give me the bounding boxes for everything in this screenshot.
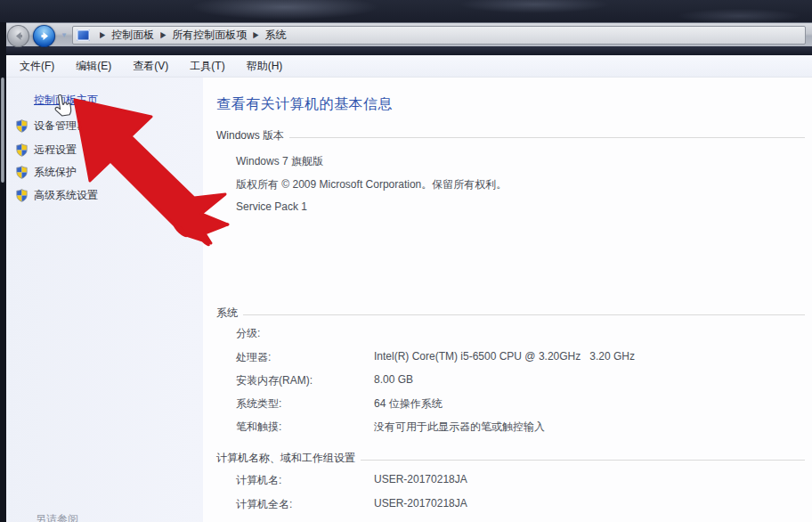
- section-header: 系统: [216, 306, 238, 321]
- row-value-system-type: 64 位操作系统: [374, 396, 443, 412]
- section-computer-name: 计算机名称、域和工作组设置: [216, 451, 805, 466]
- sidebar-item-device-manager[interactable]: 设备管理器: [16, 118, 87, 134]
- breadcrumb-arrow-icon: ▶: [100, 30, 105, 39]
- system-page-icon: [77, 29, 90, 41]
- section-windows-edition: Windows 版本: [216, 128, 805, 143]
- window-glass-strip: [0, 46, 812, 55]
- section-rule: [361, 460, 805, 461]
- forward-arrow-icon: [33, 25, 55, 47]
- sidebar: 控制面板主页 设备管理器 远程设置: [0, 77, 203, 522]
- section-header: 计算机名称、域和工作组设置: [216, 451, 355, 466]
- sidebar-item-label: 系统保护: [34, 165, 77, 180]
- screenshot-stage: ▼ ▶ 控制面板 ▶ 所有控制面板项 ▶ 系统 文件(F) 编辑(E) 查看(V…: [0, 0, 812, 522]
- sidebar-see-also: 另请参阅: [36, 512, 78, 522]
- window-left-border: [0, 22, 6, 522]
- sidebar-link-control-panel-home[interactable]: 控制面板主页: [34, 93, 98, 108]
- sidebar-item-system-protection[interactable]: 系统保护: [16, 165, 77, 180]
- sidebar-item-remote-settings[interactable]: 远程设置: [16, 143, 77, 158]
- breadcrumb-arrow-icon: ▶: [253, 30, 258, 39]
- back-button[interactable]: [7, 25, 29, 47]
- menu-bar: 文件(F) 编辑(E) 查看(V) 工具(T) 帮助(H): [0, 55, 812, 77]
- row-value-pen-touch: 没有可用于此显示器的笔或触控输入: [374, 420, 545, 435]
- menu-view[interactable]: 查看(V): [133, 59, 168, 74]
- section-system: 系统: [216, 306, 805, 321]
- page-title: 查看有关计算机的基本信息: [216, 95, 393, 114]
- section-rule: [243, 314, 805, 315]
- row-label-computer-full-name: 计算机全名:: [236, 497, 292, 512]
- uac-shield-icon: [16, 119, 28, 133]
- windows-product-name: Windows 7 旗舰版: [236, 154, 323, 169]
- row-label-system-type: 系统类型:: [236, 396, 281, 412]
- row-label-computer-name: 计算机名:: [236, 473, 281, 488]
- back-arrow-icon: [7, 25, 29, 47]
- row-label-rating: 分级:: [236, 326, 260, 341]
- sidebar-item-advanced-system-settings[interactable]: 高级系统设置: [16, 188, 98, 203]
- address-bar[interactable]: ▶ 控制面板 ▶ 所有控制面板项 ▶ 系统: [72, 26, 806, 45]
- sidebar-item-label: 高级系统设置: [34, 188, 98, 203]
- row-label-ram: 安装内存(RAM):: [236, 373, 313, 388]
- breadcrumb-item-all-items[interactable]: 所有控制面板项: [172, 28, 247, 43]
- menu-edit[interactable]: 编辑(E): [76, 59, 111, 74]
- navigation-bar: ▼ ▶ 控制面板 ▶ 所有控制面板项 ▶ 系统: [0, 22, 812, 46]
- main-content: 查看有关计算机的基本信息 Windows 版本 Windows 7 旗舰版 版权…: [203, 77, 812, 522]
- recent-pages-chevron[interactable]: ▼: [61, 31, 68, 39]
- row-value-processor: Intel(R) Core(TM) i5-6500 CPU @ 3.20GHz …: [374, 350, 635, 363]
- menu-help[interactable]: 帮助(H): [247, 59, 283, 74]
- forward-button[interactable]: [33, 25, 55, 47]
- row-label-processor: 处理器:: [236, 350, 271, 365]
- uac-shield-icon: [16, 189, 28, 202]
- row-value-ram: 8.00 GB: [374, 373, 413, 386]
- video-top-band: [0, 0, 812, 22]
- windows-copyright: 版权所有 © 2009 Microsoft Corporation。保留所有权利…: [236, 177, 507, 192]
- row-value-computer-name: USER-20170218JA: [374, 473, 467, 485]
- breadcrumb-arrow-icon: ▶: [160, 30, 166, 39]
- row-value-computer-full-name: USER-20170218JA: [374, 497, 467, 510]
- sidebar-item-label: 远程设置: [34, 143, 77, 158]
- row-label-pen-touch: 笔和触摸:: [236, 420, 281, 435]
- breadcrumb-item-system[interactable]: 系统: [264, 28, 286, 43]
- menu-file[interactable]: 文件(F): [20, 59, 54, 74]
- windows-service-pack: Service Pack 1: [236, 200, 307, 213]
- section-rule: [289, 137, 805, 138]
- breadcrumb-item-control-panel[interactable]: 控制面板: [111, 28, 154, 43]
- left-border-highlight: [1, 77, 4, 183]
- sidebar-item-label: 设备管理器: [34, 118, 87, 134]
- menu-tools[interactable]: 工具(T): [190, 59, 224, 74]
- section-header: Windows 版本: [216, 128, 284, 143]
- uac-shield-icon: [16, 143, 28, 157]
- uac-shield-icon: [16, 166, 28, 179]
